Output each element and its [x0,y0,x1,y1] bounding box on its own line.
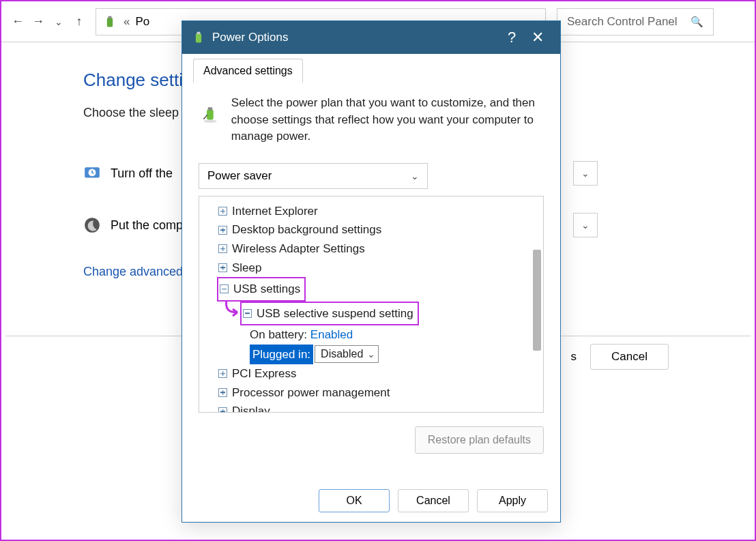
nav-history-chevron-icon[interactable]: ⌄ [50,14,67,30]
monitor-clock-icon [83,164,101,182]
dialog-title: Power Options [212,31,499,44]
apply-button[interactable]: Apply [477,489,548,512]
expand-icon[interactable] [218,207,227,216]
tree-label: Internet Explorer [232,202,318,221]
dialog-footer: OK Cancel Apply [182,489,560,512]
chevron-down-icon: ⌄ [581,220,590,231]
ok-button[interactable]: OK [319,489,390,512]
nav-up-icon[interactable]: ↑ [71,14,87,30]
setting-value-dropdown[interactable]: Disabled ⌄ [315,345,379,363]
tab-advanced-settings[interactable]: Advanced settings [193,59,303,83]
breadcrumb-text: Po [135,15,149,29]
expand-icon[interactable] [218,407,227,413]
setting-label-selected: Plugged in: [250,345,313,365]
selected-plan: Power saver [207,169,272,183]
tree-node-pci[interactable]: PCI Express [206,364,540,383]
tabstrip: Advanced settings [189,54,553,83]
tree-node-usb-settings[interactable]: USB settings [206,277,540,302]
footer-text-clipped: s [571,350,577,364]
nav-forward-icon[interactable]: → [30,14,46,30]
search-placeholder: Search Control Panel [567,15,678,29]
cancel-button[interactable]: Cancel [398,489,469,512]
svg-point-7 [203,120,216,123]
annotation-arrow-icon [222,299,244,318]
breadcrumb-marker: « [123,15,130,29]
restore-defaults-button[interactable]: Restore plan defaults [415,426,544,454]
chevron-down-icon: ⌄ [581,168,590,179]
tree-node-wireless[interactable]: Wireless Adapter Settings [206,239,540,259]
settings-tree: Internet Explorer Desktop background set… [199,196,544,413]
tree-label: Wireless Adapter Settings [232,239,365,259]
expand-icon[interactable] [218,244,227,253]
tree-node-usb-suspend[interactable]: USB selective suspend setting [206,302,540,326]
svg-rect-8 [207,109,214,119]
instruction-row: Select the power plan that you want to c… [189,83,553,158]
tree-label: USB settings [233,280,300,299]
chevron-down-icon: ⌄ [411,171,419,181]
collapse-icon[interactable] [220,284,229,293]
power-options-dialog: Power Options ? ✕ Advanced settings Sele… [181,20,561,523]
expand-icon[interactable] [218,226,227,235]
scrollbar-thumb[interactable] [533,250,541,351]
setting-on-battery[interactable]: On battery: Enabled [206,325,540,345]
help-button[interactable]: ? [499,25,525,50]
power-plan-icon [201,95,219,134]
tree-label: PCI Express [232,364,296,383]
setting-value: Disabled [321,345,363,363]
expand-icon[interactable] [218,388,227,397]
tree-label: USB selective suspend setting [257,304,413,323]
row-dropdown[interactable]: ⌄ [573,213,598,237]
svg-rect-6 [197,32,201,34]
restore-row: Restore plan defaults [189,417,553,454]
tree-node-display[interactable]: Display [206,402,540,413]
tree-label: Display [232,402,270,413]
svg-rect-9 [208,107,212,110]
moon-icon [83,216,101,234]
power-options-icon [192,31,205,44]
cancel-button[interactable]: Cancel [590,344,669,370]
row-label: Put the comp [111,218,183,233]
nav-back-icon[interactable]: ← [10,14,26,30]
row-label: Turn off the [111,166,173,181]
search-icon: 🔍 [690,16,703,28]
tree-label: Processor power management [232,383,390,403]
svg-rect-0 [107,18,113,27]
setting-value[interactable]: Enabled [310,325,353,345]
svg-rect-5 [196,33,201,42]
close-button[interactable]: ✕ [525,25,551,50]
tree-node-sleep[interactable]: Sleep [206,259,540,278]
expand-icon[interactable] [218,369,227,378]
dialog-titlebar[interactable]: Power Options ? ✕ [182,21,560,54]
tree-node-desktop-background[interactable]: Desktop background settings [206,220,540,239]
highlight-box: USB settings [217,277,306,302]
tree-label: Desktop background settings [232,220,381,239]
search-input[interactable]: Search Control Panel 🔍 [557,8,714,35]
tree-label: Sleep [232,259,261,278]
collapse-icon[interactable] [243,309,252,318]
power-plan-select[interactable]: Power saver ⌄ [199,163,428,189]
row-dropdown[interactable]: ⌄ [573,161,598,186]
dialog-body: Advanced settings Select the power plan … [182,54,560,454]
tree-node-internet-explorer[interactable]: Internet Explorer [206,202,540,221]
tree-node-processor[interactable]: Processor power management [206,383,540,403]
setting-plugged-in[interactable]: Plugged in: Disabled ⌄ [206,345,540,365]
svg-rect-1 [108,16,112,18]
instruction-text: Select the power plan that you want to c… [231,95,540,145]
power-options-icon [103,15,117,29]
setting-label: On battery: [250,325,307,345]
chevron-down-icon: ⌄ [367,347,375,362]
expand-icon[interactable] [218,263,227,272]
highlight-box: USB selective suspend setting [240,302,419,326]
